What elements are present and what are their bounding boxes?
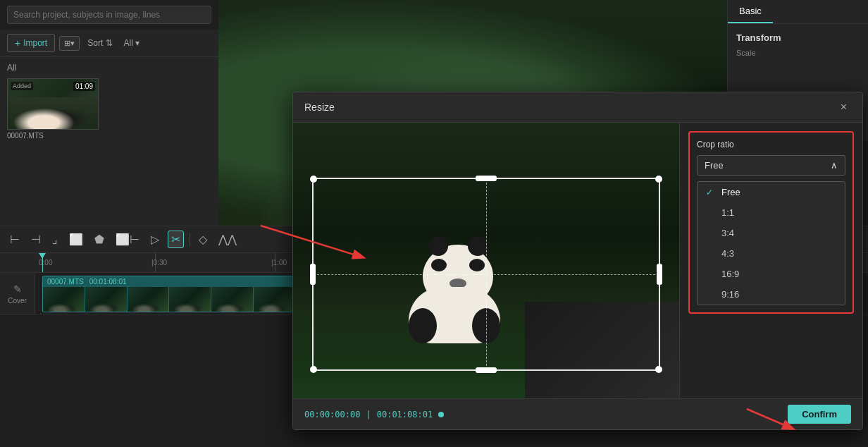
ratio-label-16-9: 16:9 (721, 269, 739, 279)
right-tabs: Basic (728, 0, 868, 24)
confirm-button[interactable]: Confirm (788, 405, 851, 424)
crop-ratio-title: Crop ratio (697, 140, 845, 149)
timeline-btn-speed[interactable]: ⋀⋀ (216, 231, 240, 247)
crop-handle-bc[interactable] (476, 367, 497, 373)
playhead-triangle (39, 253, 46, 259)
clip-duration: 00:01:08:01 (89, 278, 127, 286)
cover-icon: ✎ (13, 283, 22, 295)
crop-ratio-box: Crop ratio Free ∧ ✓ Free 1:1 (688, 131, 854, 314)
import-toolbar: + Import ⊞▾ Sort ⇅ All ▾ (0, 30, 218, 57)
toolbar-divider (190, 233, 190, 247)
crop-handle-br[interactable] (655, 366, 662, 373)
timeline-btn-split[interactable]: ⊢ (7, 231, 23, 247)
media-duration: 01:09 (73, 82, 95, 91)
import-label: Import (23, 38, 47, 48)
clip-frames (43, 287, 295, 312)
tab-basic[interactable]: Basic (728, 0, 773, 23)
transform-title: Transform (736, 32, 860, 43)
view-icon: ⊞▾ (64, 39, 75, 47)
crop-overlay[interactable] (312, 178, 659, 371)
scale-label: Scale (736, 49, 860, 57)
dialog-timecode: 00:00:00:00 | 00:01:08:01 (304, 410, 444, 420)
clip-frame-3 (128, 287, 169, 312)
timecode-sep: | (366, 410, 371, 420)
chevron-up-icon: ∧ (831, 160, 838, 171)
all-button[interactable]: All ▾ (120, 36, 144, 50)
crop-ratio-select: Free ∧ (697, 155, 845, 176)
crop-handle-tr[interactable] (655, 176, 662, 183)
video-clip[interactable]: 00007.MTS 00:01:08:01 (42, 276, 296, 312)
sort-button[interactable]: Sort ⇅ (84, 36, 116, 50)
dialog-title: Resize (304, 102, 335, 113)
clip-name: 00007.MTS (47, 278, 84, 286)
timeline-btn-play[interactable]: ▷ (148, 231, 162, 247)
crop-handle-tc[interactable] (476, 176, 497, 181)
crop-ratio-display[interactable]: Free ∧ (697, 155, 845, 176)
ruler-time-30: |0:30 (151, 259, 167, 267)
ratio-label-9-16: 9:16 (721, 289, 739, 300)
ratio-option-3-4[interactable]: 3:4 (698, 223, 845, 243)
ratio-label-free: Free (721, 187, 740, 197)
import-button[interactable]: + Import (7, 34, 55, 52)
search-input[interactable] (7, 6, 211, 24)
timecode-dot (438, 412, 444, 417)
ratio-label-1-1: 1:1 (721, 207, 734, 218)
timeline-btn-trim-start[interactable]: ⊣ (28, 231, 44, 247)
timecode-start: 00:00:00:00 (304, 410, 360, 420)
timecode-end: 00:01:08:01 (377, 410, 433, 420)
ratio-option-16-9[interactable]: 16:9 (698, 264, 845, 284)
timeline-btn-freeze[interactable]: ⬜⊢ (113, 231, 142, 247)
dialog-header: Resize × (293, 92, 862, 123)
media-item[interactable]: 01:09 Added 00007.MTS (7, 78, 99, 140)
search-bar (0, 0, 218, 30)
ratio-option-9-16[interactable]: 9:16 (698, 284, 845, 305)
crop-handle-mr[interactable] (657, 264, 662, 285)
ratio-label-3-4: 3:4 (721, 228, 734, 238)
dialog-video-bg (293, 123, 679, 398)
crop-ratio-selected: Free (705, 160, 724, 171)
clip-frame-1 (43, 287, 85, 312)
dialog-sidebar: Crop ratio Free ∧ ✓ Free 1:1 (679, 123, 862, 398)
media-added-label: Added (11, 82, 33, 90)
section-label: All (7, 63, 211, 73)
cover-label: Cover (8, 297, 27, 305)
dialog-close-button[interactable]: × (836, 99, 851, 115)
playhead[interactable] (42, 253, 43, 272)
dialog-body: Crop ratio Free ∧ ✓ Free 1:1 (293, 123, 862, 398)
crop-handle-ml[interactable] (310, 264, 316, 285)
crop-ratio-dropdown: ✓ Free 1:1 3:4 4:3 (697, 181, 845, 305)
clip-frame-6 (254, 287, 295, 312)
check-icon: ✓ (706, 188, 716, 197)
ratio-option-free[interactable]: ✓ Free (698, 182, 845, 202)
filter-icon: ▾ (135, 38, 140, 48)
resize-dialog: Resize × (292, 92, 863, 430)
ratio-option-4-3[interactable]: 4:3 (698, 243, 845, 264)
ruler-time-0: 0:00 (39, 259, 52, 267)
right-content: Transform Scale (728, 24, 868, 66)
media-filename: 00007.MTS (7, 132, 99, 140)
thumb-panda (8, 97, 98, 129)
sort-label: Sort (87, 38, 103, 48)
ruler-time-60: |1:00 (271, 259, 287, 267)
dialog-footer: 00:00:00:00 | 00:01:08:01 Confirm (293, 398, 862, 429)
timeline-btn-delete[interactable]: ⬜ (66, 231, 86, 247)
clip-header: 00007.MTS 00:01:08:01 (43, 276, 295, 287)
crop-handle-tl[interactable] (310, 176, 317, 183)
view-toggle-button[interactable]: ⊞▾ (59, 36, 80, 51)
clip-frame-4 (169, 287, 211, 312)
timeline-btn-trim-end[interactable]: ⌟ (49, 231, 61, 247)
ratio-label-4-3: 4:3 (721, 248, 734, 259)
dialog-video-area (293, 123, 679, 398)
sort-icon: ⇅ (106, 38, 113, 48)
clip-frame-2 (85, 287, 127, 312)
timeline-btn-crop[interactable]: ✂ (168, 231, 184, 248)
all-label: All (124, 38, 133, 48)
plus-icon: + (15, 37, 20, 49)
clip-frame-5 (211, 287, 253, 312)
track-label-cover: ✎ Cover (0, 273, 35, 314)
timeline-btn-mask[interactable]: ⬟ (92, 231, 107, 247)
media-thumbnail: 01:09 Added (7, 78, 99, 130)
timeline-btn-more[interactable]: ◇ (196, 231, 210, 247)
ratio-option-1-1[interactable]: 1:1 (698, 202, 845, 223)
